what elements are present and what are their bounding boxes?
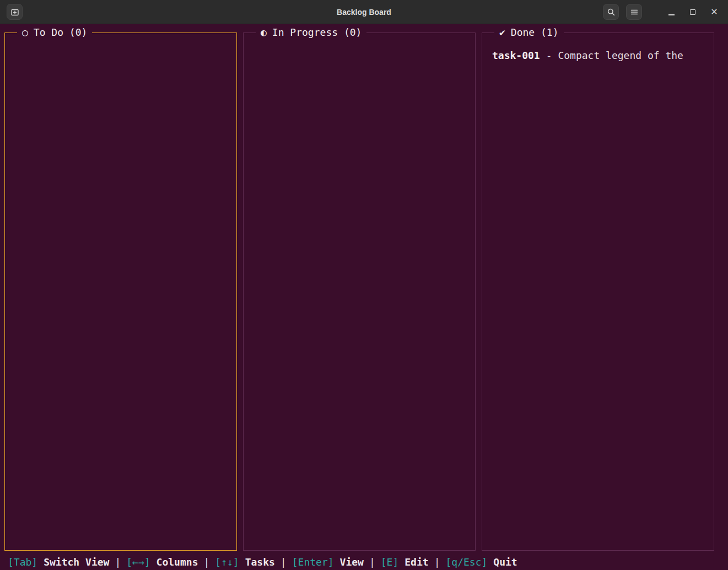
key-hint-enter: [Enter] xyxy=(292,556,334,568)
todo-status-icon: ○ xyxy=(22,26,28,39)
menu-button[interactable] xyxy=(626,4,642,20)
search-button[interactable] xyxy=(603,4,619,20)
task-text: - Compact legend of the xyxy=(546,50,683,61)
key-hint-arrows-lr: [←→] xyxy=(126,556,150,568)
key-hint-arrows-ud-label: Tasks xyxy=(245,556,275,568)
kanban-board: ○ To Do (0) ◐ In Progress (0) ✔ Done (1)… xyxy=(4,32,714,551)
key-hint-tab-label: Switch View xyxy=(44,556,109,568)
minimize-icon xyxy=(668,14,675,15)
new-tab-icon xyxy=(10,8,19,17)
column-in-progress-label: In Progress (0) xyxy=(272,26,362,39)
window-title: Backlog Board xyxy=(337,8,391,17)
column-todo-header: ○ To Do (0) xyxy=(17,26,92,39)
key-hint-edit: [E] xyxy=(381,556,399,568)
column-done-header: ✔ Done (1) xyxy=(494,26,564,39)
key-hint-arrows-lr-label: Columns xyxy=(157,556,198,568)
new-tab-button[interactable] xyxy=(7,4,23,20)
task-item[interactable]: task-001- Compact legend of the xyxy=(492,50,704,62)
hamburger-menu-icon xyxy=(630,8,639,17)
column-in-progress-header: ◐ In Progress (0) xyxy=(256,26,366,39)
maximize-icon xyxy=(690,9,695,15)
status-separator: | xyxy=(109,556,126,568)
terminal-area: ○ To Do (0) ◐ In Progress (0) ✔ Done (1)… xyxy=(0,24,728,570)
search-icon xyxy=(607,8,616,17)
status-separator: | xyxy=(429,556,446,568)
column-in-progress[interactable]: ◐ In Progress (0) xyxy=(243,32,476,551)
key-hint-quit-label: Quit xyxy=(493,556,517,568)
task-id: task-001 xyxy=(492,50,540,61)
maximize-button[interactable] xyxy=(686,5,700,19)
key-hint-arrows-ud: [↑↓] xyxy=(215,556,239,568)
column-done-label: Done (1) xyxy=(511,26,559,39)
status-separator: | xyxy=(198,556,215,568)
column-todo-label: To Do (0) xyxy=(34,26,88,39)
key-hint-tab: [Tab] xyxy=(8,556,37,568)
key-hint-enter-label: View xyxy=(340,556,364,568)
in-progress-status-icon: ◐ xyxy=(261,26,267,39)
done-status-icon: ✔ xyxy=(499,26,505,39)
status-bar: [Tab]Switch View | [←→]Columns | [↑↓]Tas… xyxy=(8,555,517,569)
column-done[interactable]: ✔ Done (1) task-001- Compact legend of t… xyxy=(482,32,714,551)
key-hint-quit: [q/Esc] xyxy=(445,556,487,568)
window-titlebar[interactable]: Backlog Board ✕ xyxy=(0,0,728,24)
close-icon: ✕ xyxy=(710,8,718,17)
status-separator: | xyxy=(364,556,381,568)
key-hint-edit-label: Edit xyxy=(405,556,428,568)
column-todo[interactable]: ○ To Do (0) xyxy=(4,32,237,551)
status-separator: | xyxy=(275,556,292,568)
minimize-button[interactable] xyxy=(664,5,678,19)
close-button[interactable]: ✕ xyxy=(707,5,721,19)
